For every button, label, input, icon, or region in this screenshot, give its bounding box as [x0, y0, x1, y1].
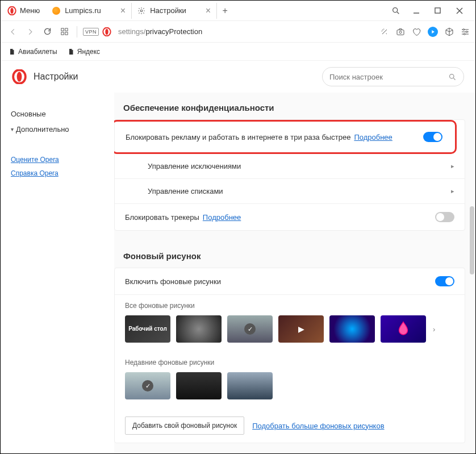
svg-rect-9: [61, 28, 63, 31]
wallpaper-thumb-desktop[interactable]: Рабочий стол: [125, 315, 170, 343]
bookmark-item[interactable]: Яндекс: [68, 48, 100, 56]
svg-point-21: [466, 31, 467, 32]
sidebar-item-advanced[interactable]: Дополнительно: [11, 122, 104, 137]
section-wallpaper-title: Фоновый рисунок: [114, 241, 475, 268]
tab-label: Lumpics.ru: [65, 6, 101, 15]
adblock-label: Блокировать рекламу и работать в интерне…: [126, 133, 350, 141]
bookmark-item[interactable]: Авиабилеты: [9, 48, 57, 56]
wallpaper-thumb-selected[interactable]: ✓: [125, 372, 170, 399]
search-icon: [448, 73, 457, 81]
check-icon: ✓: [244, 323, 256, 335]
wallpaper-thumb[interactable]: [176, 372, 222, 399]
adblock-highlight: Блокировать рекламу и работать в интерне…: [114, 120, 457, 154]
speed-dial-button[interactable]: [57, 25, 71, 39]
svg-point-14: [105, 28, 108, 35]
chevron-right-icon: ▸: [451, 188, 454, 195]
flame-icon: [395, 320, 412, 338]
svg-point-24: [17, 72, 22, 81]
trackers-toggle[interactable]: [435, 212, 454, 222]
svg-point-25: [450, 74, 454, 78]
wallpaper-thumb[interactable]: ▶: [278, 315, 324, 343]
wand-icon[interactable]: [380, 27, 389, 36]
wallpaper-toggle[interactable]: [435, 276, 454, 286]
search-input[interactable]: [329, 73, 448, 81]
manage-exceptions-row[interactable]: Управление исключениями ▸: [115, 154, 465, 179]
tab-close-icon[interactable]: ×: [206, 6, 211, 15]
svg-point-3: [393, 7, 398, 12]
settings-search[interactable]: [322, 67, 464, 86]
play-icon: ▶: [298, 324, 304, 334]
wallpaper-thumb[interactable]: [176, 315, 222, 343]
adblock-toggle[interactable]: [423, 132, 442, 142]
adblock-learn-more-link[interactable]: Подробнее: [354, 133, 392, 141]
more-wallpapers-link[interactable]: Подобрать больше фоновых рисунков: [252, 422, 384, 430]
wallpaper-thumb[interactable]: [227, 372, 273, 399]
enable-wallpaper-row: Включить фоновые рисунки: [115, 268, 465, 295]
close-button[interactable]: [456, 7, 467, 14]
svg-rect-10: [65, 28, 67, 31]
svg-line-4: [397, 12, 399, 14]
maximize-button[interactable]: [435, 7, 446, 14]
section-privacy-title: Обеспечение конфиденциальности: [114, 93, 475, 119]
svg-point-16: [399, 31, 402, 33]
privacy-card: Блокировать рекламу и работать в интерне…: [114, 119, 465, 231]
tab-label: Настройки: [150, 6, 186, 15]
bookmark-bar: Авиабилеты Яндекс: [1, 43, 475, 61]
tab-settings[interactable]: Настройки ×: [132, 3, 217, 19]
add-wallpaper-button[interactable]: Добавить свой фоновый рисунок: [125, 416, 244, 435]
new-tab-button[interactable]: +: [217, 6, 233, 16]
sidebar-link-rate[interactable]: Оцените Opera: [11, 153, 104, 166]
trackers-learn-more-link[interactable]: Подробнее: [203, 213, 241, 222]
svg-rect-15: [397, 30, 404, 35]
page-icon: [9, 48, 15, 55]
settings-header: Настройки: [1, 61, 475, 93]
chevron-right-icon[interactable]: ›: [432, 325, 436, 334]
toolbar: VPN settings/privacyProtection: [1, 21, 475, 43]
wallpaper-thumb[interactable]: [329, 315, 375, 343]
recent-thumbs: ✓: [115, 366, 465, 409]
gear-icon: [137, 7, 145, 15]
wallpaper-card: Включить фоновые рисунки Все фоновые рис…: [114, 268, 465, 443]
vpn-badge[interactable]: VPN: [83, 28, 99, 36]
adblock-row: Блокировать рекламу и работать в интерне…: [115, 124, 453, 150]
svg-line-26: [453, 78, 455, 80]
back-button[interactable]: [6, 25, 20, 39]
tab-favicon-icon: [52, 7, 60, 15]
profile-icon[interactable]: [428, 27, 438, 37]
wallpaper-thumbs: Рабочий стол ✓ ▶ ›: [115, 310, 465, 352]
wallpaper-thumb[interactable]: [381, 315, 426, 343]
reload-button[interactable]: [40, 25, 54, 39]
easy-setup-icon[interactable]: [461, 27, 470, 36]
menu-label: Меню: [20, 6, 40, 15]
tab-lumpics[interactable]: Lumpics.ru ×: [47, 3, 132, 19]
check-icon: ✓: [142, 380, 153, 391]
page-title: Настройки: [34, 72, 78, 82]
tab-close-icon[interactable]: ×: [120, 6, 126, 15]
cube-icon[interactable]: [445, 27, 454, 36]
search-icon[interactable]: [391, 6, 403, 15]
sidebar-item-basic[interactable]: Основные: [11, 106, 104, 122]
content: Обеспечение конфиденциальности Блокирова…: [114, 93, 475, 453]
address-bar[interactable]: settings/privacyProtection: [115, 27, 377, 36]
block-trackers-row: Блокировать трекеры Подробнее: [115, 204, 465, 230]
scrollbar[interactable]: [470, 206, 474, 274]
sidebar: Основные Дополнительно Оцените Opera Спр…: [1, 93, 114, 453]
forward-button[interactable]: [23, 25, 37, 39]
opera-logo-icon: [7, 6, 16, 15]
svg-point-22: [464, 33, 465, 35]
page-icon: [68, 48, 74, 55]
camera-icon[interactable]: [396, 27, 405, 36]
wallpaper-thumb-selected[interactable]: ✓: [227, 315, 273, 343]
wallpaper-footer: Добавить свой фоновый рисунок Подобрать …: [115, 409, 465, 443]
minimize-button[interactable]: [413, 7, 424, 14]
svg-rect-11: [61, 32, 63, 35]
manage-lists-row[interactable]: Управление списками ▸: [115, 179, 465, 204]
heart-icon[interactable]: [412, 27, 421, 36]
page: Настройки Основные Дополнительно Оцените…: [1, 61, 475, 453]
titlebar: Меню Lumpics.ru × Настройки × +: [1, 1, 475, 21]
sidebar-link-help[interactable]: Справка Opera: [11, 166, 104, 180]
menu-button[interactable]: Меню: [1, 1, 47, 20]
svg-rect-12: [65, 32, 67, 35]
toolbar-right: [380, 27, 470, 37]
svg-rect-6: [435, 8, 440, 13]
